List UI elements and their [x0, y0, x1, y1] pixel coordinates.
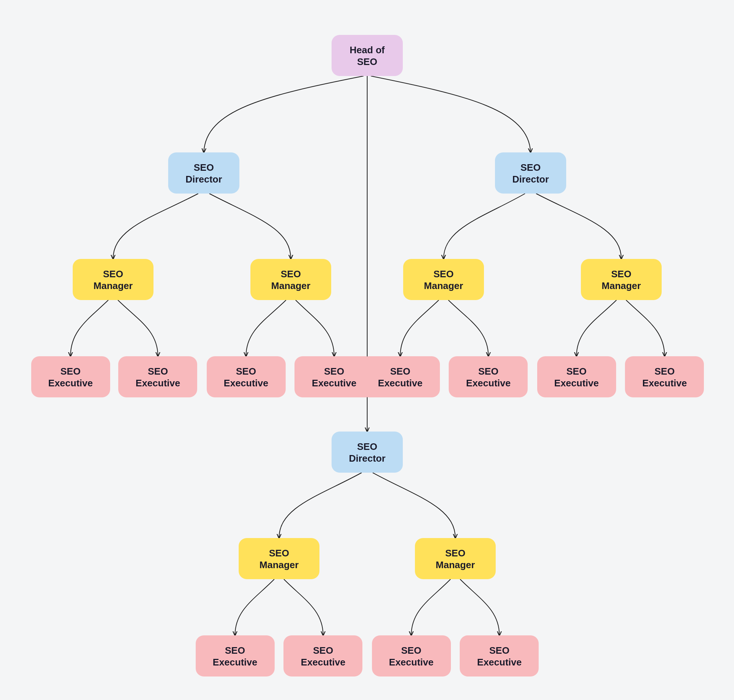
- executive-label-line2: Executive: [642, 378, 687, 388]
- svg-rect-1: [168, 152, 239, 194]
- node-director-left: SEO Director: [168, 152, 239, 194]
- svg-rect-13: [537, 356, 616, 397]
- executive-label-line2: Executive: [224, 378, 268, 388]
- node-executive-5: SEO Executive: [361, 356, 440, 397]
- svg-rect-2: [495, 152, 566, 194]
- edge-dir-right-to-mgr-4: [536, 194, 621, 259]
- node-manager-4: SEO Manager: [581, 259, 662, 300]
- director-label-line1: SEO: [521, 162, 541, 173]
- root-label-line2: SEO: [357, 56, 377, 67]
- edge-mgr6-exec12: [460, 579, 499, 635]
- manager-label-line1: SEO: [434, 268, 454, 279]
- edge-dir-center-to-mgr-5: [279, 473, 362, 538]
- svg-rect-5: [403, 259, 484, 300]
- executive-label-line2: Executive: [477, 657, 521, 668]
- manager-label-line2: Manager: [260, 559, 299, 571]
- executive-label-line1: SEO: [236, 366, 256, 377]
- edge-mgr6-exec11: [411, 579, 451, 635]
- edge-mgr2-exec4: [296, 300, 334, 356]
- executive-label-line1: SEO: [390, 366, 411, 377]
- manager-label-line2: Manager: [436, 559, 475, 571]
- edge-mgr4-exec7: [577, 300, 617, 356]
- node-manager-2: SEO Manager: [250, 259, 331, 300]
- node-executive-3: SEO Executive: [207, 356, 286, 397]
- org-chart: Head of SEO SEO Director SEO Director SE…: [0, 0, 734, 700]
- edge-mgr3-exec5: [400, 300, 439, 356]
- edge-root-to-director-right: [371, 76, 531, 152]
- edge-dir-left-to-mgr-2: [209, 194, 291, 259]
- edge-mgr5-exec9: [235, 579, 274, 635]
- svg-rect-0: [332, 35, 403, 76]
- edge-mgr5-exec10: [284, 579, 323, 635]
- node-director-right: SEO Director: [495, 152, 566, 194]
- node-manager-3: SEO Manager: [403, 259, 484, 300]
- manager-label-line1: SEO: [269, 548, 289, 559]
- node-executive-10: SEO Executive: [283, 635, 363, 676]
- executive-label-line1: SEO: [225, 645, 245, 656]
- svg-rect-21: [460, 635, 539, 676]
- node-manager-5: SEO Manager: [239, 538, 320, 579]
- svg-rect-8: [118, 356, 197, 397]
- executive-label-line2: Executive: [554, 378, 599, 388]
- svg-rect-20: [372, 635, 451, 676]
- svg-rect-18: [196, 635, 275, 676]
- executive-label-line1: SEO: [479, 366, 499, 377]
- node-head-of-seo: Head of SEO: [332, 35, 403, 76]
- executive-label-line1: SEO: [401, 645, 421, 656]
- edge-mgr4-exec8: [626, 300, 665, 356]
- node-executive-2: SEO Executive: [118, 356, 197, 397]
- edge-dir-right-to-mgr-3: [443, 194, 525, 259]
- svg-rect-7: [31, 356, 110, 397]
- executive-label-line1: SEO: [148, 366, 168, 377]
- edge-dir-left-to-mgr-1: [113, 194, 198, 259]
- node-executive-9: SEO Executive: [196, 635, 275, 676]
- executive-label-line2: Executive: [378, 378, 422, 388]
- node-executive-6: SEO Executive: [449, 356, 528, 397]
- executive-label-line2: Executive: [213, 657, 257, 668]
- node-executive-7: SEO Executive: [537, 356, 616, 397]
- director-label-line2: Director: [512, 174, 549, 185]
- manager-label-line2: Manager: [602, 280, 641, 291]
- executive-label-line2: Executive: [389, 657, 433, 668]
- executive-label-line1: SEO: [567, 366, 587, 377]
- node-executive-12: SEO Executive: [460, 635, 539, 676]
- node-director-center: SEO Director: [332, 432, 403, 473]
- director-label-line2: Director: [185, 174, 222, 185]
- executive-label-line2: Executive: [301, 657, 345, 668]
- node-manager-6: SEO Manager: [415, 538, 496, 579]
- edge-mgr1-exec1: [70, 300, 108, 356]
- edge-dir-center-to-mgr-6: [373, 473, 455, 538]
- executive-label-line1: SEO: [655, 366, 675, 377]
- manager-label-line1: SEO: [281, 268, 301, 279]
- manager-label-line1: SEO: [611, 268, 631, 279]
- svg-rect-14: [625, 356, 704, 397]
- node-executive-11: SEO Executive: [372, 635, 451, 676]
- svg-rect-16: [239, 538, 320, 579]
- edge-mgr2-exec3: [246, 300, 286, 356]
- manager-label-line2: Manager: [94, 280, 133, 291]
- svg-rect-4: [250, 259, 331, 300]
- director-label-line1: SEO: [194, 162, 214, 173]
- svg-rect-9: [207, 356, 286, 397]
- edge-root-to-director-left: [204, 76, 364, 152]
- root-label-line1: Head of: [349, 44, 385, 56]
- node-manager-1: SEO Manager: [73, 259, 154, 300]
- executive-label-line1: SEO: [60, 366, 81, 377]
- svg-rect-19: [283, 635, 363, 676]
- manager-label-line2: Manager: [272, 280, 311, 291]
- executive-label-line1: SEO: [324, 366, 344, 377]
- executive-label-line2: Executive: [135, 378, 180, 388]
- executive-label-line2: Executive: [312, 378, 356, 388]
- executive-label-line2: Executive: [48, 378, 92, 388]
- edge-mgr1-exec2: [118, 300, 158, 356]
- svg-rect-3: [73, 259, 154, 300]
- executive-label-line1: SEO: [313, 645, 333, 656]
- director-label-line1: SEO: [357, 441, 377, 452]
- executive-label-line1: SEO: [489, 645, 509, 656]
- svg-rect-6: [581, 259, 662, 300]
- svg-rect-15: [332, 432, 403, 473]
- director-label-line2: Director: [349, 453, 386, 464]
- svg-rect-17: [415, 538, 496, 579]
- node-executive-1: SEO Executive: [31, 356, 110, 397]
- manager-label-line1: SEO: [103, 268, 123, 279]
